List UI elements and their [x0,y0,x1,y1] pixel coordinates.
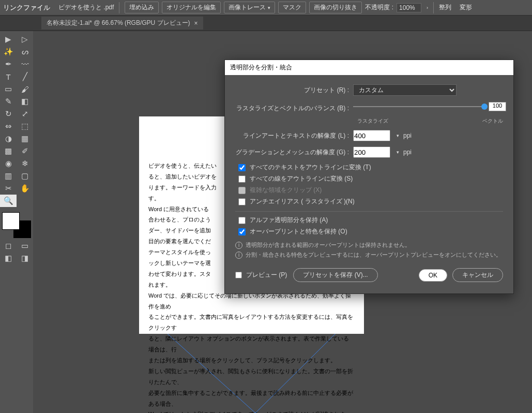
lineart-resolution-label: ラインアートとテキストの解像度 (L) : [235,131,349,140]
clip-complex-checkbox [238,187,246,194]
preview-checkbox[interactable] [235,272,242,278]
save-preset-button[interactable]: プリセットを保存 (V)... [293,268,377,282]
pen-tool-icon[interactable]: ✒ [0,58,17,70]
balance-rasterize-label: ラスタライズ [357,117,388,125]
crop-image-button[interactable]: 画像の切り抜き [309,2,362,13]
document-tab[interactable]: 名称未設定-1.ai* @ 66.67% (RGB/GPU プレビュー) × [41,17,203,30]
flatten-transparency-dialog: 透明部分を分割・統合 プリセット (R) : カスタム ラスタライズとベクトルの… [224,60,514,294]
scale-tool-icon[interactable]: ⤢ [17,108,33,120]
artboard-tool-icon[interactable]: ▢ [17,170,33,182]
symbol-sprayer-tool-icon[interactable]: ❄ [17,157,33,170]
image-trace-button[interactable]: 画像トレース▾ [224,2,275,13]
slice-tool-icon[interactable]: ✂ [0,182,17,195]
ok-button[interactable]: OK [419,269,447,282]
direct-selection-tool-icon[interactable]: ▷ [17,33,33,46]
chevron-down-icon[interactable]: ▾ [397,150,399,155]
info-icon: i [235,242,242,249]
balance-value-input[interactable]: 100 [489,102,506,111]
balance-label: ラスタライズとベクトルのバランス (B) : [235,104,349,113]
color-swatch[interactable] [2,212,31,238]
mask-button[interactable]: マスク [278,2,306,13]
gradient-mode-icon[interactable]: ◨ [17,253,33,264]
alpha-preserve-checkbox[interactable] [238,217,246,224]
eraser-tool-icon[interactable]: ◧ [17,95,33,108]
tool-panel: ▶▷ ✨ᔕ ✒〰 T╱ ▭🖌 ✎◧ ↻⤢ ⇔⬚ ◑▦ ▩✐ ◉❄ ▥▢ ✂✋ 🔍… [0,31,33,413]
rectangle-tool-icon[interactable]: ▭ [0,83,17,95]
opacity-input[interactable] [397,3,421,12]
fill-swatch[interactable] [2,212,20,230]
ppi-unit: ppi [403,132,412,139]
rotate-tool-icon[interactable]: ↻ [0,108,17,120]
antialias-checkbox[interactable] [238,198,246,205]
transform-button[interactable]: 変形 [460,3,472,12]
preset-label: プリセット (R) : [235,86,349,95]
slider-thumb-icon[interactable] [481,104,488,110]
info-text-2: 分割・統合される特色をプレビューするには、オーバープリントプレビューをオンにして… [246,251,501,259]
gradient-resolution-label: グラデーションとメッシュの解像度 (G) : [235,148,349,157]
width-tool-icon[interactable]: ⇔ [0,120,17,132]
graph-tool-icon[interactable]: ▥ [0,170,17,182]
color-mode-icon[interactable]: ◧ [0,253,17,264]
hand-tool-icon[interactable]: ✋ [17,182,33,195]
preset-select[interactable]: カスタム [353,84,457,96]
lineart-resolution-input[interactable] [353,130,390,141]
eyedropper-tool-icon[interactable]: ✐ [17,145,33,157]
linked-file-label[interactable]: リンクファイル [3,3,50,12]
close-tab-icon[interactable]: × [194,20,198,27]
edit-original-button[interactable]: オリジナルを編集 [162,2,221,13]
divider [119,2,119,13]
perspective-tool-icon[interactable]: ▦ [17,132,33,145]
screen-mode-icon[interactable]: ▭ [17,240,33,252]
mesh-tool-icon[interactable]: ▩ [0,145,17,157]
curvature-tool-icon[interactable]: 〰 [17,58,33,70]
selection-tool-icon[interactable]: ▶ [0,33,17,46]
clip-complex-label: 複雑な領域をクリップ (X) [250,186,322,195]
lasso-tool-icon[interactable]: ᔕ [17,46,33,58]
opacity-label: 不透明度 : [365,3,393,12]
arrange-button[interactable]: 整列 [439,3,451,12]
overprint-preserve-label: オーバープリントと特色を保持 (O) [250,227,347,236]
magic-wand-tool-icon[interactable]: ✨ [0,46,17,58]
antialias-label: アンチエイリアス ( ラスタライズ )(N) [250,197,355,206]
info-text-1: 透明部分が含まれる範囲のオーバープリントは保持されません。 [246,241,411,249]
shape-builder-tool-icon[interactable]: ◑ [0,132,17,145]
balance-slider[interactable]: 100 [353,101,503,115]
dialog-title: 透明部分を分割・統合 [225,60,513,75]
chevron-down-icon: ▾ [268,5,270,10]
overprint-preserve-checkbox[interactable] [238,228,246,235]
embed-button[interactable]: 埋め込み [125,2,159,13]
opacity-chevron-icon[interactable]: › [427,5,428,10]
chevron-down-icon[interactable]: ▾ [397,133,399,138]
document-tabs: 名称未設定-1.ai* @ 66.67% (RGB/GPU プレビュー) × [0,16,532,31]
linked-filename: ビデオを使うと .pdf [58,3,114,12]
free-transform-tool-icon[interactable]: ⬚ [17,120,33,132]
text-outline-checkbox[interactable] [238,164,246,171]
alpha-preserve-label: アルファ透明部分を保持 (A) [250,216,328,225]
zoom-tool-icon[interactable]: 🔍 [0,195,17,207]
line-tool-icon[interactable]: ╱ [17,70,33,83]
empty-tool-slot [17,195,33,207]
balance-vector-label: ベクトル [482,117,503,125]
cancel-button[interactable]: キャンセル [452,268,503,282]
blend-tool-icon[interactable]: ◉ [0,157,17,170]
preview-label: プレビュー (P) [246,271,287,279]
shaper-tool-icon[interactable]: ✎ [0,95,17,108]
paintbrush-tool-icon[interactable]: 🖌 [17,83,33,95]
stroke-outline-label: すべての線をアウトラインに変換 (S) [250,174,353,183]
text-outline-label: すべてのテキストをアウトラインに変換 (T) [250,163,371,172]
draw-mode-icon[interactable]: ◻ [0,240,17,252]
ppi-unit: ppi [403,149,412,156]
control-bar: リンクファイル ビデオを使うと .pdf 埋め込み オリジナルを編集 画像トレー… [0,0,532,16]
document-tab-title: 名称未設定-1.ai* @ 66.67% (RGB/GPU プレビュー) [47,19,190,27]
gradient-resolution-input[interactable] [353,146,390,158]
divider [433,2,434,13]
info-icon: i [235,252,242,259]
type-tool-icon[interactable]: T [0,70,17,83]
stroke-outline-checkbox[interactable] [238,175,246,183]
